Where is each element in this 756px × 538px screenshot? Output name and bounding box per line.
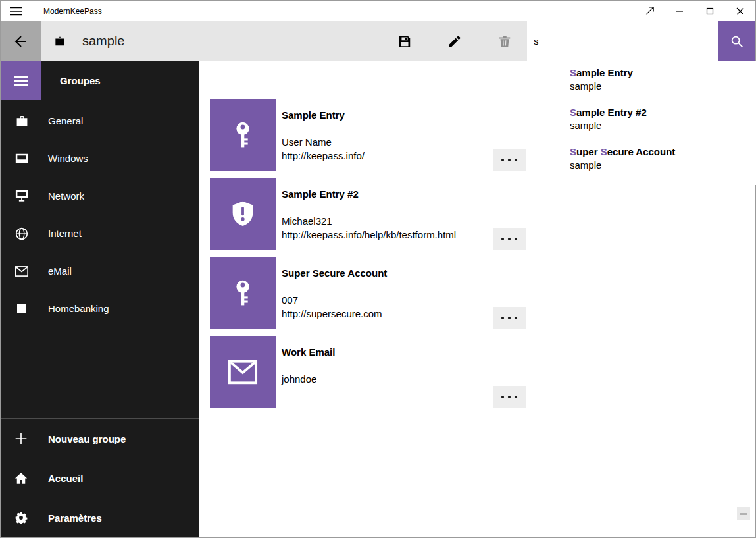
suggestion-item[interactable]: Sample Entry sample bbox=[570, 67, 756, 106]
command-row: sample bbox=[1, 21, 755, 61]
suggestion-item[interactable]: Super Secure Account sample bbox=[570, 146, 756, 185]
suggestion-subtitle: sample bbox=[570, 159, 756, 172]
sidebar: Groupes General Windows bbox=[1, 61, 199, 537]
entry-username: johndoe bbox=[282, 372, 335, 386]
minimize-button[interactable] bbox=[665, 1, 695, 21]
entry-url: http://supersecure.com bbox=[282, 307, 387, 321]
save-button[interactable] bbox=[389, 26, 420, 57]
entry-username: 007 bbox=[282, 293, 387, 307]
new-group-button[interactable]: Nouveau groupe bbox=[1, 419, 199, 458]
entry-title: Sample Entry bbox=[282, 109, 365, 121]
sidebar-item-internet[interactable]: Internet bbox=[1, 215, 199, 252]
delete-button[interactable] bbox=[489, 26, 520, 57]
titlebar-hamburger-button[interactable] bbox=[1, 1, 27, 21]
minus-icon bbox=[740, 513, 747, 515]
network-monitor-icon bbox=[15, 190, 28, 202]
entry-text: Sample Entry User Name http://keepass.in… bbox=[282, 99, 365, 171]
entry-title: Super Secure Account bbox=[282, 267, 387, 279]
titlebar: ModernKeePass bbox=[1, 1, 755, 21]
entry-row-sample-entry-2[interactable]: Sample Entry #2 Michael321 http://keepas… bbox=[210, 178, 526, 250]
more-icon bbox=[501, 237, 518, 241]
hamburger-icon bbox=[14, 76, 28, 86]
home-button[interactable]: Accueil bbox=[1, 458, 199, 498]
sidebar-item-general[interactable]: General bbox=[1, 102, 199, 140]
entry-list: Sample Entry User Name http://keepass.in… bbox=[199, 61, 755, 537]
search-bar bbox=[527, 21, 755, 61]
globe-icon bbox=[15, 227, 28, 240]
entry-tile bbox=[210, 336, 276, 408]
entry-more-button[interactable] bbox=[493, 386, 526, 408]
nav-toggle-button[interactable] bbox=[1, 61, 41, 100]
suggestion-highlight: S bbox=[601, 146, 607, 157]
entry-row-sample-entry[interactable]: Sample Entry User Name http://keepass.in… bbox=[210, 99, 526, 171]
entry-details: 007 http://supersecure.com bbox=[282, 293, 387, 321]
groups-heading: Groupes bbox=[60, 75, 101, 86]
edit-pencil-icon bbox=[447, 34, 462, 49]
main-area: Groupes General Windows bbox=[1, 61, 755, 537]
entry-username: Michael321 bbox=[282, 214, 456, 228]
search-button[interactable] bbox=[718, 21, 755, 61]
entry-url: http://keepass.info/help/kb/testform.htm… bbox=[282, 228, 456, 242]
entry-tile bbox=[210, 178, 276, 250]
suggestion-title: Sample Entry #2 bbox=[570, 106, 756, 119]
entry-text: Super Secure Account 007 http://supersec… bbox=[282, 257, 387, 329]
settings-button[interactable]: Paramètres bbox=[1, 498, 199, 537]
sidebar-item-label: General bbox=[48, 115, 83, 126]
suggestion-title: Super Secure Account bbox=[570, 146, 756, 159]
gear-icon bbox=[14, 511, 28, 524]
maximize-button[interactable] bbox=[695, 1, 725, 21]
more-icon bbox=[501, 316, 518, 320]
sidebar-action-label: Accueil bbox=[48, 473, 83, 484]
suggestion-highlight: S bbox=[570, 107, 576, 118]
group-list: General Windows Network bbox=[1, 102, 199, 327]
trash-icon bbox=[497, 34, 512, 49]
more-icon bbox=[501, 158, 518, 162]
sidebar-item-homebanking[interactable]: Homebanking bbox=[1, 290, 199, 327]
database-icon bbox=[55, 36, 65, 46]
square-icon bbox=[15, 304, 28, 313]
entry-details: Michael321 http://keepass.info/help/kb/t… bbox=[282, 214, 456, 242]
edit-button[interactable] bbox=[439, 26, 470, 57]
sidebar-action-label: Nouveau groupe bbox=[48, 433, 126, 444]
entry-tile bbox=[210, 257, 276, 329]
sidebar-bottom: Nouveau groupe Accueil Paramètres bbox=[1, 418, 199, 537]
plus-icon bbox=[14, 432, 28, 445]
collapse-commandbar-button[interactable] bbox=[737, 507, 750, 520]
back-button[interactable] bbox=[1, 21, 41, 61]
entry-title: Work Email bbox=[282, 346, 335, 358]
search-input[interactable] bbox=[527, 21, 718, 61]
database-title: sample bbox=[82, 34, 124, 49]
sidebar-item-email[interactable]: eMail bbox=[1, 252, 199, 290]
window-controls bbox=[634, 1, 755, 21]
close-button[interactable] bbox=[725, 1, 755, 21]
sidebar-item-label: Windows bbox=[48, 153, 88, 164]
save-icon bbox=[397, 34, 412, 49]
minimize-icon bbox=[676, 7, 684, 15]
entry-username: User Name bbox=[282, 135, 365, 149]
entry-more-button[interactable] bbox=[493, 228, 526, 250]
entry-more-button[interactable] bbox=[493, 149, 526, 171]
sidebar-header: Groupes bbox=[1, 61, 199, 100]
command-bar: sample bbox=[41, 21, 527, 61]
sidebar-item-label: Internet bbox=[48, 228, 82, 239]
monitor-icon bbox=[15, 153, 28, 164]
sidebar-item-label: Homebanking bbox=[48, 303, 109, 314]
entry-more-button[interactable] bbox=[493, 307, 526, 329]
suggestion-highlight: S bbox=[570, 146, 576, 157]
fullscreen-button[interactable] bbox=[634, 1, 665, 21]
suggestion-title: Sample Entry bbox=[570, 67, 756, 80]
entry-row-work-email[interactable]: Work Email johndoe bbox=[210, 336, 526, 408]
sidebar-item-label: eMail bbox=[48, 265, 72, 277]
more-icon bbox=[501, 395, 518, 399]
entry-row-super-secure-account[interactable]: Super Secure Account 007 http://supersec… bbox=[210, 257, 526, 329]
envelope-icon bbox=[228, 359, 258, 385]
sidebar-item-windows[interactable]: Windows bbox=[1, 140, 199, 177]
command-actions bbox=[370, 26, 520, 57]
shield-warning-icon bbox=[228, 199, 258, 229]
suggestion-item[interactable]: Sample Entry #2 sample bbox=[570, 106, 756, 146]
sidebar-item-network[interactable]: Network bbox=[1, 177, 199, 215]
entry-details: User Name http://keepass.info/ bbox=[282, 135, 365, 163]
entry-details: johndoe bbox=[282, 372, 335, 386]
briefcase-icon bbox=[15, 115, 28, 127]
entry-url: http://keepass.info/ bbox=[282, 149, 365, 163]
